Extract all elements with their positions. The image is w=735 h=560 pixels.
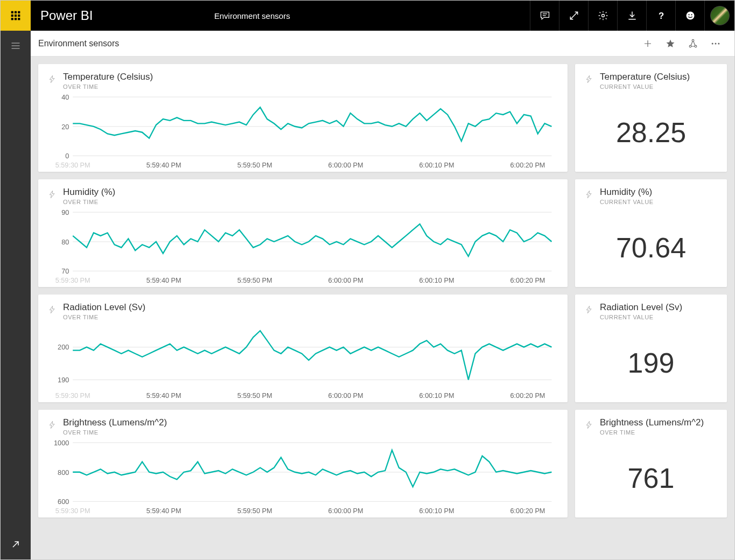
tile-header: Radiation Level (Sv) OVER TIME: [38, 295, 568, 324]
svg-text:80: 80: [61, 237, 69, 246]
feedback-button[interactable]: [675, 1, 704, 31]
fullscreen-button[interactable]: [559, 1, 588, 31]
top-bar: Power BI Environment sensors ?: [1, 1, 734, 31]
current-value: 761: [628, 462, 675, 494]
expand-out-button[interactable]: [1, 529, 31, 559]
dashboard-row: Brightness (Lumens/m^2) OVER TIME 600800…: [38, 410, 727, 517]
svg-point-20: [715, 43, 717, 44]
bolt-icon: [48, 419, 57, 430]
more-button[interactable]: [704, 31, 727, 57]
tile-title: Humidity (%): [600, 187, 654, 198]
app-launcher-button[interactable]: [1, 1, 31, 31]
settings-button[interactable]: [588, 1, 617, 31]
line-chart[interactable]: 02040 5:59:30 PM5:59:40 PM5:59:50 PM6:00…: [48, 93, 558, 170]
svg-text:5:59:30 PM: 5:59:30 PM: [55, 507, 90, 515]
streaming-icon: [585, 189, 593, 202]
svg-point-15: [691, 14, 692, 15]
tile-title: Humidity (%): [63, 187, 115, 198]
tile-title: Temperature (Celsius): [63, 72, 153, 82]
chart-body: 708090 5:59:30 PM5:59:40 PM5:59:50 PM6:0…: [38, 208, 568, 289]
svg-text:6:00:20 PM: 6:00:20 PM: [510, 507, 545, 515]
expand-icon: [569, 10, 579, 21]
avatar-icon: [710, 6, 730, 25]
chart-body: 02040 5:59:30 PM5:59:40 PM5:59:50 PM6:00…: [38, 93, 568, 173]
svg-text:5:59:50 PM: 5:59:50 PM: [237, 391, 272, 400]
tile-header: Humidity (%) OVER TIME: [38, 179, 568, 208]
svg-text:600: 600: [58, 498, 69, 506]
svg-point-17: [692, 39, 694, 41]
svg-point-21: [718, 43, 719, 44]
waffle-icon: [10, 10, 21, 21]
svg-text:200: 200: [58, 343, 69, 351]
tile-header: Temperature (Celsius) OVER TIME: [38, 64, 568, 93]
current-value: 28.25: [616, 116, 686, 149]
svg-point-11: [601, 15, 604, 17]
bolt-icon: [585, 189, 593, 200]
dashboard-row: Temperature (Celsius) OVER TIME 02040 5:…: [38, 64, 727, 172]
add-tile-button[interactable]: [636, 31, 659, 57]
svg-rect-7: [15, 18, 17, 20]
svg-rect-6: [11, 18, 13, 20]
line-chart[interactable]: 190200 5:59:30 PM5:59:40 PM5:59:50 PM6:0…: [48, 324, 558, 401]
line-chart[interactable]: 6008001000 5:59:30 PM5:59:40 PM5:59:50 P…: [48, 439, 558, 516]
share-icon: [688, 38, 698, 49]
streaming-icon: [48, 74, 57, 87]
svg-text:70: 70: [61, 267, 69, 275]
svg-rect-2: [18, 11, 20, 13]
svg-point-14: [688, 14, 689, 15]
svg-rect-1: [15, 11, 17, 13]
chart-tile[interactable]: Temperature (Celsius) OVER TIME 02040 5:…: [38, 64, 568, 172]
favorite-button[interactable]: [659, 31, 682, 57]
tile-subtitle: CURRENT VALUE: [600, 199, 654, 205]
svg-text:5:59:50 PM: 5:59:50 PM: [237, 276, 272, 284]
streaming-icon: [48, 419, 57, 432]
svg-text:5:59:30 PM: 5:59:30 PM: [55, 161, 90, 169]
bolt-icon: [48, 189, 57, 200]
chart-tile[interactable]: Brightness (Lumens/m^2) OVER TIME 600800…: [38, 410, 568, 517]
svg-text:5:59:50 PM: 5:59:50 PM: [237, 507, 272, 515]
chart-tile[interactable]: Humidity (%) OVER TIME 708090 5:59:30 PM…: [38, 179, 568, 287]
dashboard-row: Humidity (%) OVER TIME 708090 5:59:30 PM…: [38, 179, 727, 287]
svg-text:20: 20: [61, 122, 69, 130]
svg-text:6:00:00 PM: 6:00:00 PM: [328, 507, 363, 515]
svg-rect-4: [15, 15, 17, 17]
download-button[interactable]: [617, 1, 646, 31]
value-tile[interactable]: Humidity (%) CURRENT VALUE 70.64: [575, 179, 727, 287]
chart-tile[interactable]: Radiation Level (Sv) OVER TIME 190200 5:…: [38, 295, 568, 402]
svg-text:6:00:10 PM: 6:00:10 PM: [419, 161, 454, 169]
value-tile[interactable]: Radiation Level (Sv) CURRENT VALUE 199: [575, 295, 727, 402]
svg-text:6:00:00 PM: 6:00:00 PM: [328, 391, 363, 400]
comments-button[interactable]: [530, 1, 559, 31]
svg-text:5:59:50 PM: 5:59:50 PM: [237, 161, 272, 169]
share-button[interactable]: [682, 31, 704, 57]
tile-subtitle: OVER TIME: [63, 83, 153, 90]
streaming-icon: [585, 304, 593, 317]
nav-toggle-button[interactable]: [1, 31, 31, 61]
help-button[interactable]: ?: [646, 1, 675, 31]
value-body: 761: [575, 439, 727, 517]
svg-text:1000: 1000: [54, 439, 69, 447]
svg-text:?: ?: [658, 11, 663, 21]
tile-title: Radiation Level (Sv): [600, 302, 682, 313]
svg-text:5:59:30 PM: 5:59:30 PM: [55, 391, 90, 400]
line-chart[interactable]: 708090 5:59:30 PM5:59:40 PM5:59:50 PM6:0…: [48, 208, 558, 285]
account-button[interactable]: [704, 1, 734, 31]
svg-text:5:59:40 PM: 5:59:40 PM: [146, 161, 181, 169]
svg-text:40: 40: [61, 93, 69, 101]
value-tile[interactable]: Temperature (Celsius) CURRENT VALUE 28.2…: [575, 64, 727, 172]
streaming-icon: [48, 304, 57, 317]
tile-subtitle: OVER TIME: [63, 314, 145, 320]
top-actions: ?: [530, 1, 734, 31]
download-icon: [627, 10, 638, 21]
streaming-icon: [48, 189, 57, 202]
tile-subtitle: OVER TIME: [63, 199, 115, 205]
question-icon: ?: [656, 10, 667, 21]
svg-point-13: [686, 12, 694, 20]
svg-text:0: 0: [65, 152, 69, 160]
value-tile[interactable]: Brightness (Lumens/m^2) OVER TIME 761: [575, 410, 727, 517]
tile-title: Temperature (Celsius): [600, 72, 690, 82]
tile-title: Radiation Level (Sv): [63, 302, 145, 313]
svg-rect-3: [11, 15, 13, 17]
svg-text:5:59:40 PM: 5:59:40 PM: [146, 507, 181, 515]
tile-header: Brightness (Lumens/m^2) OVER TIME: [575, 410, 727, 439]
